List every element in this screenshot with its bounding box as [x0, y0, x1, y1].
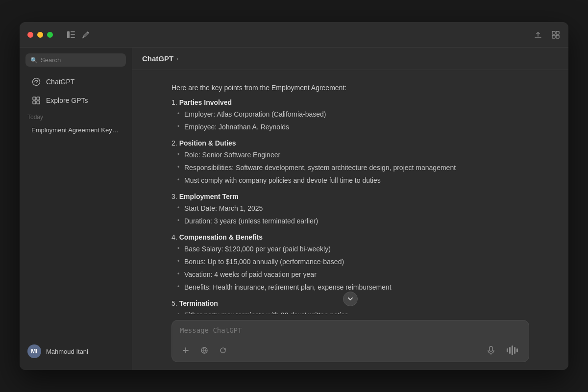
bullet-item: Bonus: Up to $15,000 annually (performan…	[177, 257, 529, 267]
titlebar-left-icons	[67, 30, 90, 39]
bullet-item: Employee: Johnathan A. Reynolds	[177, 122, 529, 132]
list-section: 3.Employment TermStart Date: March 1, 20…	[172, 193, 529, 226]
waveform-bar-4	[514, 347, 515, 354]
search-icon: 🔍	[30, 57, 38, 64]
explore-icon	[31, 96, 41, 105]
sections-list: 1.Parties InvolvedEmployer: Atlas Corpor…	[172, 98, 529, 314]
user-name: Mahmoud Itani	[46, 348, 88, 355]
svg-rect-2	[71, 34, 75, 35]
svg-rect-7	[556, 35, 559, 38]
sidebar-toggle-icon[interactable]	[67, 30, 75, 39]
section-header: 2.Position & Duties	[172, 139, 529, 147]
svg-point-8	[33, 78, 40, 86]
upload-icon[interactable]	[533, 30, 543, 40]
search-input[interactable]	[41, 56, 121, 64]
close-button[interactable]	[27, 32, 33, 38]
mic-button[interactable]	[484, 343, 498, 358]
sidebar-item-chatgpt[interactable]: ChatGPT	[24, 73, 128, 91]
today-section-label: Today	[20, 110, 132, 122]
user-profile[interactable]: MI Mahmoud Itani	[20, 339, 132, 364]
avatar-initials: MI	[31, 348, 37, 355]
svg-rect-1	[71, 31, 75, 32]
titlebar	[20, 22, 568, 48]
maximize-button[interactable]	[47, 32, 53, 38]
bullet-item: Responsibilities: Software development, …	[177, 163, 529, 173]
scroll-down-button[interactable]	[343, 292, 358, 306]
app-window: 🔍 ChatGPT	[20, 22, 568, 370]
refresh-button[interactable]	[217, 344, 229, 356]
section-header: 3.Employment Term	[172, 193, 529, 200]
sidebar-item-explore[interactable]: Explore GPTs	[24, 92, 128, 109]
minimize-button[interactable]	[37, 32, 43, 38]
chat-title: ChatGPT	[142, 54, 173, 63]
bullet-item: Vacation: 4 weeks of paid vacation per y…	[177, 270, 529, 280]
bullet-list: Start Date: March 1, 2025Duration: 3 yea…	[172, 203, 529, 226]
svg-point-9	[36, 82, 37, 83]
chat-header: ChatGPT ›	[132, 48, 568, 70]
bullet-item: Start Date: March 1, 2025	[177, 203, 529, 214]
list-section: 1.Parties InvolvedEmployer: Atlas Corpor…	[172, 98, 529, 132]
plus-button[interactable]	[180, 344, 192, 356]
svg-rect-4	[552, 31, 555, 34]
section-header: 1.Parties Involved	[172, 98, 529, 106]
svg-rect-0	[67, 31, 70, 38]
message-input[interactable]	[180, 326, 521, 337]
chat-input-area	[132, 314, 568, 370]
svg-rect-12	[33, 101, 36, 104]
bullet-list: Base Salary: $120,000 per year (paid bi-…	[172, 244, 529, 293]
bullet-item: Base Salary: $120,000 per year (paid bi-…	[177, 244, 529, 254]
svg-rect-6	[552, 35, 555, 38]
bullet-item: Duration: 3 years (unless terminated ear…	[177, 216, 529, 226]
history-item-0[interactable]: Employment Agreement Key P...	[24, 123, 128, 137]
svg-rect-13	[37, 101, 40, 104]
bullet-list: Role: Senior Software EngineerResponsibi…	[172, 150, 529, 186]
titlebar-right-icons	[533, 30, 561, 40]
waveform-button[interactable]	[503, 343, 521, 357]
chat-input-actions	[180, 343, 521, 358]
bullet-list: Employer: Atlas Corporation (California-…	[172, 109, 529, 132]
waveform-bar-3	[512, 345, 513, 355]
sidebar-chatgpt-label: ChatGPT	[46, 78, 74, 86]
section-header: 4.Compensation & Benefits	[172, 233, 529, 241]
search-box[interactable]: 🔍	[25, 53, 126, 67]
list-section: 4.Compensation & BenefitsBase Salary: $1…	[172, 233, 529, 293]
chatgpt-icon	[31, 77, 41, 87]
intro-text: Here are the key points from the Employm…	[172, 84, 529, 92]
bullet-item: Must comply with company policies and de…	[177, 175, 529, 186]
svg-rect-15	[490, 346, 492, 351]
svg-rect-5	[556, 31, 559, 34]
globe-button[interactable]	[198, 344, 210, 356]
waveform-bar-1	[507, 348, 508, 352]
sidebar-explore-label: Explore GPTs	[46, 97, 88, 104]
main-content: 🔍 ChatGPT	[20, 48, 568, 370]
sidebar: 🔍 ChatGPT	[20, 48, 132, 370]
bullet-list: Either party may terminate with 30 days'…	[172, 310, 529, 314]
chat-area: ChatGPT › Here are the key points from t…	[132, 48, 568, 370]
bullet-item: Employer: Atlas Corporation (California-…	[177, 109, 529, 120]
svg-rect-10	[33, 97, 36, 100]
compose-icon[interactable]	[81, 30, 90, 39]
svg-rect-3	[71, 37, 75, 38]
chat-input-box	[172, 320, 529, 362]
chat-chevron-icon: ›	[176, 55, 178, 62]
grid-icon[interactable]	[551, 30, 561, 40]
bullet-item: Benefits: Health insurance, retirement p…	[177, 282, 529, 293]
chat-messages[interactable]: Here are the key points from the Employm…	[132, 70, 568, 314]
waveform-bar-2	[509, 347, 511, 354]
svg-rect-11	[37, 97, 40, 100]
bullet-item: Either party may terminate with 30 days'…	[177, 310, 529, 314]
waveform-bar-5	[516, 348, 518, 352]
input-right-actions	[484, 343, 521, 358]
avatar: MI	[27, 344, 41, 358]
input-left-actions	[180, 344, 229, 356]
traffic-lights	[27, 32, 53, 38]
list-section: 2.Position & DutiesRole: Senior Software…	[172, 139, 529, 186]
bullet-item: Role: Senior Software Engineer	[177, 150, 529, 160]
